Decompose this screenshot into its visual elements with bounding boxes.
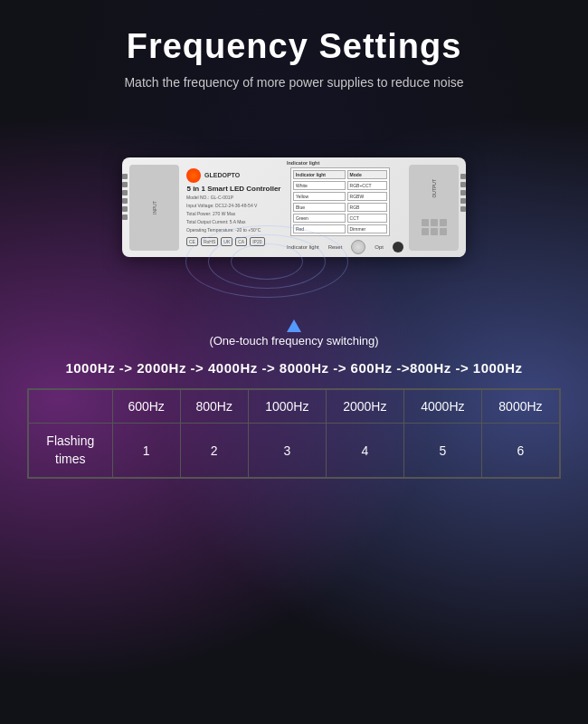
table-cell-4: 4 [326,424,403,478]
pin [122,206,128,212]
brand-name: GLEDOPTO [204,172,240,178]
input-label: INPUT [152,201,157,214]
pin [122,214,128,220]
indicator-label: Indicator light [287,160,403,166]
table-header-600hz: 600Hz [112,390,180,424]
ripple-effect [176,225,357,298]
pin [122,198,128,204]
page-container: Frequency Settings Match the frequency o… [0,0,588,724]
page-subtitle: Match the frequency of more power suppli… [124,75,463,90]
table-cell-5: 5 [403,424,481,478]
page-title: Frequency Settings [127,27,462,66]
table-cell-1: 1 [112,424,180,478]
ind-rgb: RGB [347,203,387,212]
terminal [431,228,438,235]
ind-green: Green [293,214,346,223]
right-pins [460,174,466,212]
ind-rgbw: RGBW [347,192,387,201]
ind-col-mode: Mode [347,170,387,179]
output-label: OUTPUT [432,179,437,198]
opt-label: Opt [375,244,384,250]
annotation-text: (One-touch frequency switching) [209,334,378,348]
annotation-area: (One-touch frequency switching) [209,319,378,348]
ind-cct: CCT [347,214,387,223]
pin [460,206,466,212]
main-content: Frequency Settings Match the frequency o… [0,0,588,497]
ripple-3 [185,225,348,298]
terminal [440,228,447,235]
arrow-up-icon [287,319,301,332]
terminal [422,228,429,235]
terminal-grid [422,219,447,235]
pin [460,190,466,195]
frequency-table-container: 600Hz 800Hz 1000Hz 2000Hz 4000Hz 8000Hz … [27,388,561,479]
spec-power: Total Power: 270 W Max [186,211,281,217]
table-header-1000hz: 1000Hz [248,390,326,424]
ind-blue: Blue [293,203,346,212]
frequency-table: 600Hz 800Hz 1000Hz 2000Hz 4000Hz 8000Hz … [28,389,560,478]
table-header-8000hz: 8000Hz [481,390,559,424]
ind-col-light: Indicator light [293,170,346,179]
pin [122,174,128,179]
terminal [422,219,429,226]
table-header-2000hz: 2000Hz [326,390,403,424]
pin [460,182,466,187]
spec-input-voltage: Input Voltage: DC12-24-36-48-54 V [186,203,281,209]
table-header-row: 600Hz 800Hz 1000Hz 2000Hz 4000Hz 8000Hz [29,390,560,424]
table-header-4000hz: 4000Hz [403,390,481,424]
terminal [440,219,447,226]
frequency-chain: 1000Hz -> 2000Hz -> 4000Hz -> 8000Hz -> … [65,360,522,376]
left-pins [122,174,128,220]
controller-right-block: OUTPUT [409,165,459,251]
pin [460,174,466,179]
opt-button[interactable] [393,242,403,252]
pin [460,198,466,204]
controller-left-block: INPUT [129,165,179,251]
table-header-800hz: 800Hz [180,390,248,424]
table-cell-6: 6 [481,424,559,478]
table-header-empty [29,390,113,424]
terminal [431,219,438,226]
brand-logo [186,168,201,183]
ind-rgbcct: RGB+CCT [347,181,387,190]
brand-row: GLEDOPTO [186,168,281,183]
pin [122,182,128,187]
ind-yellow: Yellow [293,192,346,201]
pin [122,190,128,195]
table-cell-2: 2 [180,424,248,478]
model-text: Model NO.: GL-C-001P [186,195,281,201]
product-name: 5 in 1 Smart LED Controller [186,185,281,193]
controller-area: INPUT GLEDOPTO 5 in 1 Smart LED Controll… [41,108,547,307]
table-cell-3: 3 [248,424,326,478]
row-label-flashing-times: Flashingtimes [29,424,113,478]
ind-white: White [293,181,346,190]
table-data-row: Flashingtimes 1 2 3 4 5 6 [29,424,560,478]
